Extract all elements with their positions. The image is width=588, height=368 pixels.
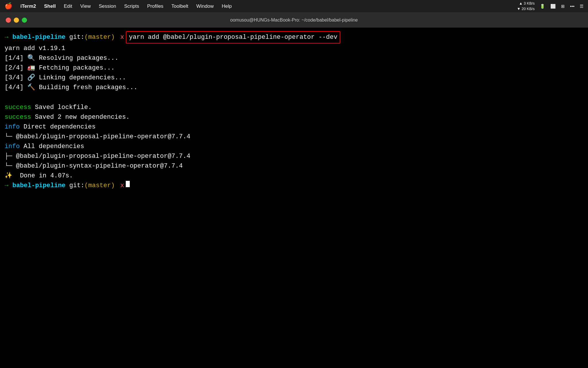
prompt-git-2: git: — [65, 181, 84, 191]
menu-edit[interactable]: Edit — [64, 3, 72, 9]
info-label-2: info — [5, 142, 20, 152]
prompt-dir-2: babel-pipeline — [12, 181, 65, 191]
menu-view[interactable]: View — [80, 3, 91, 9]
step-2: [2/4] 🚛 Fetching packages... — [5, 63, 583, 73]
prompt-arrow-1: → — [5, 32, 8, 42]
prompt-branch-1: (master) — [84, 32, 115, 42]
menu-session[interactable]: Session — [99, 3, 116, 9]
menu-window[interactable]: Window — [196, 3, 214, 9]
success-label-2: success — [5, 112, 31, 122]
done-text: ✨ Done in 4.07s. — [5, 171, 73, 181]
menu-iterm2[interactable]: iTerm2 — [20, 3, 36, 9]
success-text-1: Saved lockfile. — [31, 103, 92, 112]
step-3-text: [3/4] 🔗 Linking dependencies... — [5, 73, 126, 83]
step-1: [1/4] 🔍 Resolving packages... — [5, 53, 583, 63]
dep-line-2b: └─ @babel/plugin-syntax-pipeline-operato… — [5, 161, 583, 171]
dep-2a: ├─ @babel/plugin-proposal-pipeline-opera… — [5, 152, 190, 161]
menu-extras: ••• — [570, 4, 575, 9]
empty-line-1 — [5, 93, 583, 103]
done-line: ✨ Done in 4.07s. — [5, 171, 583, 181]
info-text-2: All dependencies — [20, 142, 84, 152]
wifi-icon: ⬜ — [550, 4, 556, 9]
menu-scripts[interactable]: Scripts — [124, 3, 139, 9]
command-line-1: → babel-pipeline git: (master) x yarn ad… — [5, 31, 583, 44]
window-title: oomusou@HUNGs-MacBook-Pro: ~/code/babel/… — [230, 18, 358, 23]
success-label-1: success — [5, 103, 31, 112]
prompt-dir-1: babel-pipeline — [12, 32, 65, 42]
info-line-2: info All dependencies — [5, 142, 583, 152]
apple-menu-icon[interactable]: 🍎 — [5, 2, 12, 10]
window-controls — [6, 18, 27, 23]
prompt-x-2: x — [117, 181, 124, 191]
yarn-version: yarn add v1.19.1 — [5, 44, 65, 53]
success-text-2: Saved 2 new dependencies. — [31, 112, 129, 122]
success-line-1: success Saved lockfile. — [5, 103, 583, 112]
prompt-x-1: x — [117, 32, 124, 42]
maximize-button[interactable] — [22, 18, 27, 23]
network-stats: ▲ 3 KB/s ▼ 20 KB/s — [517, 1, 535, 11]
command-highlighted: yarn add @babel/plugin-proposal-pipeline… — [126, 31, 341, 44]
step-2-text: [2/4] 🚛 Fetching packages... — [5, 63, 115, 73]
success-line-2: success Saved 2 new dependencies. — [5, 112, 583, 122]
menubar-right: ▲ 3 KB/s ▼ 20 KB/s 🔋 ⬜ ⊞ ••• ☰ — [517, 1, 583, 11]
step-4-text: [4/4] 🔨 Building fresh packages... — [5, 83, 138, 93]
step-3: [3/4] 🔗 Linking dependencies... — [5, 73, 583, 83]
info-line-1: info Direct dependencies — [5, 122, 583, 132]
dep-line-2a: ├─ @babel/plugin-proposal-pipeline-opera… — [5, 152, 583, 161]
prompt-git-1: git: — [65, 32, 84, 42]
window-titlebar: oomusou@HUNGs-MacBook-Pro: ~/code/babel/… — [0, 13, 588, 28]
prompt-arrow-2: → — [5, 181, 8, 191]
info-text-1: Direct dependencies — [20, 122, 96, 132]
menu-help[interactable]: Help — [222, 3, 232, 9]
minimize-button[interactable] — [14, 18, 19, 23]
menu-profiles[interactable]: Profiles — [147, 3, 163, 9]
battery-icon: 🔋 — [540, 4, 545, 9]
dep-line-1: └─ @babel/plugin-proposal-pipeline-opera… — [5, 132, 583, 142]
clock-icon: ⊞ — [561, 4, 565, 9]
dep-2b: └─ @babel/plugin-syntax-pipeline-operato… — [5, 161, 183, 171]
step-1-text: [1/4] 🔍 Resolving packages... — [5, 53, 119, 63]
final-prompt-line[interactable]: → babel-pipeline git: (master) x — [5, 181, 583, 191]
terminal[interactable]: → babel-pipeline git: (master) x yarn ad… — [0, 28, 588, 368]
menu-toolbelt[interactable]: Toolbelt — [171, 3, 188, 9]
cursor — [126, 181, 130, 187]
menubar: 🍎 iTerm2 Shell Edit View Session Scripts… — [0, 0, 588, 13]
menu-shell[interactable]: Shell — [44, 3, 56, 9]
yarn-version-line: yarn add v1.19.1 — [5, 44, 583, 53]
info-label-1: info — [5, 122, 20, 132]
prompt-branch-2: (master) — [84, 181, 115, 191]
close-button[interactable] — [6, 18, 11, 23]
dep-1: └─ @babel/plugin-proposal-pipeline-opera… — [5, 132, 190, 142]
step-4: [4/4] 🔨 Building fresh packages... — [5, 83, 583, 93]
menu-list-icon: ☰ — [580, 4, 583, 9]
